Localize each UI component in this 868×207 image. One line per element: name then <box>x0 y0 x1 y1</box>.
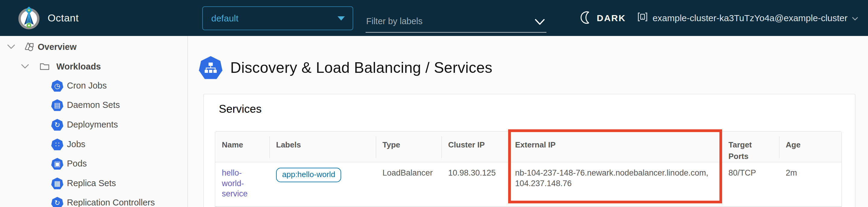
label-filter-input[interactable] <box>366 11 525 26</box>
folder-icon <box>38 60 51 73</box>
objects-icon <box>23 41 35 53</box>
sidebar-item-label: Replica Sets <box>67 178 116 188</box>
cell-cluster-ip: 10.98.30.125 <box>441 162 508 207</box>
cell-age: 2m <box>779 162 841 207</box>
column-header-cluster-ip: Cluster IP <box>441 131 508 162</box>
sidebar-item-label: Pods <box>67 159 87 169</box>
theme-toggle-button[interactable]: DARK <box>581 0 626 36</box>
column-header-external-ip: External IP <box>508 131 722 162</box>
jobs-icon: ∷ <box>51 138 63 151</box>
column-header-name: Name <box>215 131 270 162</box>
sidebar-item-workloads[interactable]: Workloads <box>0 57 187 76</box>
daemon-sets-icon: ▤ <box>51 99 63 111</box>
sidebar-item-replication-controllers[interactable]: ↻ Replication Controllers <box>0 193 187 207</box>
table-row: hello-world-service app:hello-world Load… <box>215 162 841 207</box>
octant-logo <box>17 6 41 30</box>
namespace-selected-value: default <box>211 7 239 30</box>
sidebar-item-replica-sets[interactable]: ▦ Replica Sets <box>0 174 187 193</box>
label-filter <box>366 11 547 33</box>
label-badge: app:hello-world <box>276 168 341 182</box>
namespace-caret-icon <box>338 16 345 21</box>
cell-target-ports: 80/TCP <box>722 162 779 207</box>
sidebar-item-daemon-sets[interactable]: ▤ Daemon Sets <box>0 95 187 114</box>
services-icon <box>199 56 222 79</box>
cell-name: hello-world-service <box>215 162 270 207</box>
context-selector-label: example-cluster-ka3TuTzYo4a@example-clus… <box>652 13 847 23</box>
sidebar-item-cron-jobs[interactable]: ◷ Cron Jobs <box>0 76 187 95</box>
replication-controllers-icon: ↻ <box>51 197 63 207</box>
card-title: Services <box>219 103 261 115</box>
sidebar-item-overview[interactable]: Overview <box>0 37 187 56</box>
sidebar-item-label: Workloads <box>56 62 101 72</box>
sidebar-item-jobs[interactable]: ∷ Jobs <box>0 134 187 154</box>
sidebar-item-label: Overview <box>38 42 76 52</box>
pods-icon: ▣ <box>51 158 63 170</box>
cell-external-ip: nb-104-237-148-76.newark.nodebalancer.li… <box>508 162 722 207</box>
app-title: Octant <box>48 0 79 36</box>
sidebar-item-label: Replication Controllers <box>67 198 155 207</box>
sidebar-item-pods[interactable]: ▣ Pods <box>0 154 187 173</box>
theme-toggle-label: DARK <box>597 13 626 23</box>
sidebar-item-label: Jobs <box>67 139 85 149</box>
label-filter-chevron-icon[interactable] <box>534 18 546 26</box>
sidebar-item-label: Daemon Sets <box>67 100 120 110</box>
context-chevron-icon <box>852 13 858 23</box>
sidebar-nav: Overview Workloads ◷ Cron Jobs ▤ Daemon … <box>0 36 188 207</box>
cluster-context-icon <box>637 11 648 25</box>
page-title: Discovery & Load Balancing / Services <box>230 59 493 76</box>
services-table: Name Labels Type Cluster IP External IP … <box>215 131 842 207</box>
overview-collapse-chevron-icon[interactable] <box>7 44 16 50</box>
cell-type: LoadBalancer <box>376 162 441 207</box>
replica-sets-icon: ▦ <box>51 177 63 189</box>
deployments-icon: ↻ <box>51 119 63 131</box>
sidebar-item-deployments[interactable]: ↻ Deployments <box>0 115 187 134</box>
moon-icon <box>581 11 592 25</box>
namespace-dropdown[interactable]: default <box>202 6 353 30</box>
cron-jobs-icon: ◷ <box>51 80 63 92</box>
column-header-labels: Labels <box>270 131 376 162</box>
workloads-collapse-chevron-icon[interactable] <box>21 63 30 70</box>
page-heading: Discovery & Load Balancing / Services <box>199 56 493 79</box>
sidebar-item-label: Cron Jobs <box>67 81 107 90</box>
column-header-target-ports: Target Ports <box>722 131 779 162</box>
service-link[interactable]: hello-world-service <box>222 168 248 198</box>
services-card: Services Name Labels Type Cluster IP Ext… <box>204 94 855 207</box>
column-header-age: Age <box>779 131 841 162</box>
table-header-row: Name Labels Type Cluster IP External IP … <box>215 131 841 162</box>
sidebar-item-label: Deployments <box>67 120 118 130</box>
topbar: Octant default DARK example-cluster-ka3T… <box>0 0 868 36</box>
column-header-type: Type <box>376 131 441 162</box>
context-selector[interactable]: example-cluster-ka3TuTzYo4a@example-clus… <box>637 0 858 36</box>
octant-app: { "topbar": { "app_title": "Octant", "na… <box>0 0 868 207</box>
cell-labels: app:hello-world <box>270 162 376 207</box>
